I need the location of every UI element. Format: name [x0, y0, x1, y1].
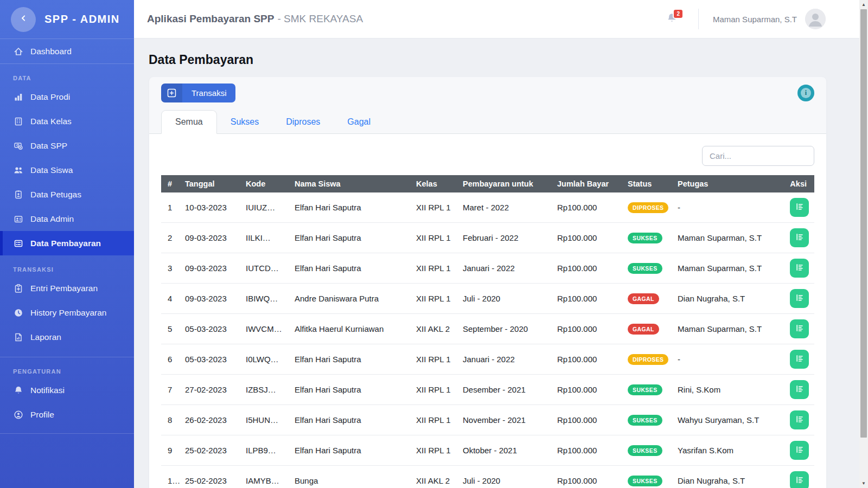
cell-aksi: [783, 192, 814, 223]
cell-untuk: Maret - 2022: [458, 192, 553, 223]
cell-tanggal: 09-03-2023: [181, 223, 241, 253]
row-detail-button[interactable]: [790, 259, 809, 278]
brand-title: SPP - ADMIN: [44, 13, 120, 25]
notification-count-badge: 2: [673, 9, 684, 19]
sidebar-item-data-pembayaran[interactable]: Data Pembayaran: [0, 231, 134, 255]
sidebar-item-data-admin[interactable]: Data Admin: [0, 207, 134, 231]
cell-status: SUKSES: [623, 405, 673, 435]
sidebar-item-label: Entri Pembayaran: [30, 284, 98, 293]
row-detail-button[interactable]: [790, 319, 809, 338]
table-body: 1 10-03-2023 IUIUZ… Elfan Hari Saputra X…: [161, 192, 814, 488]
detail-list-icon: [795, 414, 805, 426]
cell-kelas: XII RPL 1: [412, 284, 458, 314]
status-badge: DIPROSES: [628, 354, 668, 365]
row-detail-button[interactable]: [790, 289, 809, 308]
column-header: #: [161, 175, 181, 192]
sidebar-item-notifikasi[interactable]: Notifikasi: [0, 378, 134, 402]
sidebar-item-profile[interactable]: Profile: [0, 402, 134, 427]
status-badge: SUKSES: [628, 263, 662, 274]
sidebar-item-label: Data Kelas: [30, 117, 72, 126]
sidebar-item-data-siswa[interactable]: Data Siswa: [0, 158, 134, 182]
cell-no: 5: [161, 314, 181, 344]
scrollbar[interactable]: ▲ ▼: [859, 0, 868, 488]
cell-petugas: Yasrifan S.Kom: [673, 435, 783, 466]
row-detail-button[interactable]: [790, 198, 809, 217]
sidebar-item-laporan[interactable]: Laporan: [0, 325, 134, 349]
column-header: Jumlah Bayar: [553, 175, 623, 192]
cell-no: 7: [161, 375, 181, 405]
cell-petugas: Dian Nugraha, S.T: [673, 284, 783, 314]
notification-bell-button[interactable]: 2: [666, 12, 678, 26]
payments-table: #TanggalKodeNama SiswaKelasPembayaran un…: [161, 175, 814, 488]
cell-kode: IUTCD…: [241, 253, 290, 284]
detail-list-icon: [795, 232, 805, 243]
row-detail-button[interactable]: [790, 471, 809, 488]
tab-gagal[interactable]: Gagal: [334, 111, 384, 133]
cell-kelas: XII AKL 2: [412, 314, 458, 344]
cell-tanggal: 05-03-2023: [181, 314, 241, 344]
row-detail-button[interactable]: [790, 228, 809, 247]
avatar[interactable]: [805, 9, 826, 29]
transaksi-button[interactable]: Transaksi: [161, 84, 235, 102]
scrollbar-thumb[interactable]: [860, 9, 867, 438]
cell-aksi: [783, 466, 814, 488]
info-button[interactable]: i: [797, 85, 814, 101]
scrollbar-track[interactable]: [859, 438, 868, 479]
cell-aksi: [783, 253, 814, 284]
row-detail-button[interactable]: [790, 350, 809, 369]
sidebar-item-entri-pembayaran[interactable]: Entri Pembayaran: [0, 276, 134, 300]
sidebar-section-transaksi: TRANSAKSI: [0, 255, 134, 276]
cell-kelas: XII RPL 1: [412, 344, 458, 375]
tab-sukses[interactable]: Sukses: [217, 111, 272, 133]
cell-kelas: XII RPL 1: [412, 253, 458, 284]
search-input[interactable]: [702, 146, 814, 166]
sidebar-collapse-button[interactable]: [11, 7, 36, 32]
table-row: 1 10-03-2023 IUIUZ… Elfan Hari Saputra X…: [161, 192, 814, 223]
cell-jumlah: Rp100.000: [553, 375, 623, 405]
column-header: Kelas: [412, 175, 458, 192]
row-detail-button[interactable]: [790, 441, 809, 460]
cell-nama: Elfan Hari Saputra: [290, 435, 412, 466]
cell-tanggal: 25-02-2023: [181, 466, 241, 488]
column-header: Kode: [241, 175, 290, 192]
detail-list-icon: [795, 323, 805, 335]
cell-untuk: Juli - 2020: [458, 284, 553, 314]
cell-aksi: [783, 375, 814, 405]
cell-kelas: XII RPL 1: [412, 375, 458, 405]
cell-kelas: XII AKL 2: [412, 466, 458, 488]
cell-nama: Alfitka Haerul Kurniawan: [290, 314, 412, 344]
cell-petugas: -: [673, 192, 783, 223]
sidebar-item-history-pembayaran[interactable]: History Pembayaran: [0, 300, 134, 325]
cell-kode: I0LWQ…: [241, 344, 290, 375]
scrollbar-down-icon[interactable]: ▼: [859, 479, 868, 488]
list-alt-icon: [13, 238, 23, 248]
table-row: 4 09-03-2023 IBIWQ… Andre Daniswara Putr…: [161, 284, 814, 314]
app-title-subtitle: - SMK REKAYASA: [277, 13, 363, 24]
cell-kode: ILPB9…: [241, 435, 290, 466]
row-detail-button[interactable]: [790, 380, 809, 399]
scrollbar-up-icon[interactable]: ▲: [859, 0, 868, 9]
cell-kode: IUIUZ…: [241, 192, 290, 223]
detail-list-icon: [795, 293, 805, 304]
cell-status: SUKSES: [623, 223, 673, 253]
sidebar-item-data-kelas[interactable]: Data Kelas: [0, 109, 134, 133]
tab-diproses[interactable]: Diproses: [272, 111, 334, 133]
sidebar-item-data-spp[interactable]: Data SPP: [0, 133, 134, 158]
topbar: Aplikasi Pembayaran SPP- SMK REKAYASA 2 …: [134, 0, 868, 38]
chevron-left-icon: [20, 14, 28, 24]
status-badge: SUKSES: [628, 384, 662, 395]
cell-status: DIPROSES: [623, 192, 673, 223]
cell-status: DIPROSES: [623, 344, 673, 375]
cell-tanggal: 27-02-2023: [181, 375, 241, 405]
tab-semua[interactable]: Semua: [161, 110, 217, 134]
cell-kode: IAMYB…: [241, 466, 290, 488]
sidebar-item-data-prodi[interactable]: Data Prodi: [0, 85, 134, 109]
status-badge: SUKSES: [628, 476, 662, 486]
user-name: Maman Suparman, S.T: [713, 15, 797, 24]
sidebar-item-dashboard[interactable]: Dashboard: [0, 39, 134, 63]
row-detail-button[interactable]: [790, 410, 809, 429]
status-badge: SUKSES: [628, 233, 662, 243]
sidebar-item-data-petugas[interactable]: Data Petugas: [0, 182, 134, 207]
content: Data Pembayaran Transaksi i SemuaSuksesD…: [134, 38, 868, 488]
cell-jumlah: Rp100.000: [553, 405, 623, 435]
